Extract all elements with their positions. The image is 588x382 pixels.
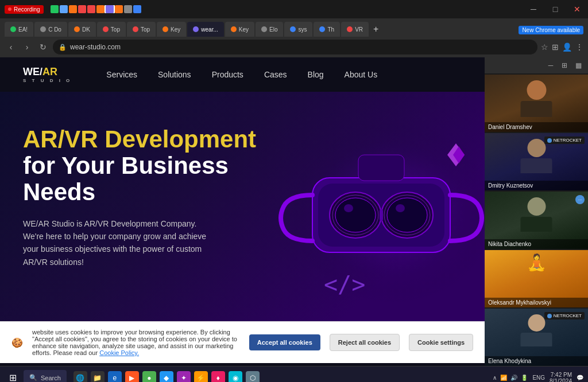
taskbar-icon-4[interactable]: ✦ [177, 371, 191, 383]
taskbar-date: 8/1/2024 [550, 378, 572, 383]
nav-solutions[interactable]: Solutions [158, 70, 191, 79]
search-icon: 🔍 [29, 374, 37, 381]
netrocket-dot [547, 138, 552, 143]
tab-elo[interactable]: Elo [256, 22, 283, 37]
sidebar-minimize-btn[interactable]: ─ [546, 60, 556, 71]
title-tab-key2[interactable] [115, 5, 123, 13]
tab-sys[interactable]: sys [284, 22, 312, 37]
recording-dot [8, 7, 11, 11]
title-tab-sys[interactable] [133, 5, 141, 13]
title-tab-key[interactable] [96, 5, 105, 13]
netrocket-badge-5: NETROCKET [544, 312, 585, 319]
netrocket-dot-5 [547, 314, 552, 318]
extensions-icon[interactable]: ⊞ [552, 42, 559, 52]
netrocket-label-5: NETROCKET [554, 313, 582, 318]
taskbar-arrow-icon[interactable]: ∧ [493, 375, 497, 381]
title-tab-wear-active[interactable] [106, 5, 114, 13]
tab-bar: EA! C Do DK Top Top Key wear... Key Elo … [0, 18, 588, 37]
nav-products[interactable]: Products [212, 70, 243, 79]
sidebar-tile-btn[interactable]: ⊞ [559, 60, 570, 71]
taskbar: ⊞ 🔍 Search 🌐 📁 e ▶ ● ◆ ✦ ⚡ ♦ ◉ ⬡ ∧ 📶 🔊 🔋… [0, 366, 588, 382]
nav-services[interactable]: Services [106, 70, 137, 79]
vr-headset-visual: </> [243, 98, 485, 315]
title-tab-dk[interactable] [69, 5, 77, 13]
svg-rect-10 [358, 155, 404, 181]
accept-cookies-button[interactable]: Accept all cookies [249, 334, 320, 350]
taskbar-icon-8[interactable]: ⬡ [246, 371, 260, 383]
hero-content: AR/VR Development for Your BusinessNeeds… [23, 126, 264, 268]
title-tab-top1[interactable] [78, 5, 86, 13]
taskbar-edge-icon[interactable]: e [108, 371, 122, 383]
taskbar-app-icons: 🌐 📁 e ▶ ● ◆ ✦ ⚡ ♦ ◉ ⬡ [74, 371, 260, 383]
recording-badge: Recording [5, 5, 44, 14]
tab-dk[interactable]: DK [68, 22, 96, 37]
hero-title-white: for Your BusinessNeeds [23, 153, 264, 205]
nav-about[interactable]: About Us [345, 70, 378, 79]
participant-name-5: Elena Khodykina [485, 356, 588, 366]
toolbar-icons: ☆ ⊞ 👤 ⋮ [541, 42, 583, 52]
taskbar-icon-3[interactable]: ◆ [160, 371, 173, 383]
participant-tile-4: 🧘 Oleksandr Mykhailovskyi [485, 250, 588, 307]
taskbar-notification-icon[interactable]: 💬 [577, 375, 583, 381]
site-navigation: WE/AR S T U D I O Services Solutions Pro… [0, 57, 485, 92]
netrocket-label: NETROCKET [554, 138, 582, 143]
address-bar[interactable]: 🔒 wear-studio.com [53, 40, 537, 54]
taskbar-sys-icons: ∧ 📶 🔊 🔋 [493, 375, 528, 381]
taskbar-icon-1[interactable]: ▶ [125, 371, 139, 383]
tab-vr1[interactable]: VR [341, 22, 369, 37]
taskbar-icon-5[interactable]: ⚡ [194, 371, 208, 383]
site-logo: WE/AR S T U D I O [23, 66, 72, 83]
cookie-settings-button[interactable]: Cookie settings [409, 334, 473, 351]
taskbar-file-icon[interactable]: 📁 [91, 371, 105, 383]
cookie-policy-link[interactable]: Cookie Policy. [99, 349, 139, 356]
title-tab-c[interactable] [60, 5, 68, 13]
participant-tile-5: NETROCKET Elena Khodykina [485, 309, 588, 366]
tab-top2[interactable]: Top [127, 22, 156, 37]
new-tab-button[interactable]: + [370, 22, 382, 37]
tab-wear-active[interactable]: wear... [187, 22, 223, 37]
star-icon[interactable]: ☆ [541, 42, 548, 52]
title-tab-top2[interactable] [87, 5, 95, 13]
menu-icon[interactable]: ⋮ [575, 42, 583, 52]
tab-cdo[interactable]: C Do [34, 22, 67, 37]
taskbar-sound-icon[interactable]: 🔊 [510, 375, 517, 381]
title-bar: Recording ─ □ ✕ [0, 0, 588, 18]
tab-ea[interactable]: EA! [5, 22, 33, 37]
reload-button[interactable]: ↻ [37, 41, 49, 53]
logo-we: WE/ [23, 66, 42, 77]
cookie-bar: 🍪 website uses cookies to improve your b… [0, 321, 485, 363]
taskbar-right: ∧ 📶 🔊 🔋 ENG 7:42 PM 8/1/2024 💬 [493, 372, 583, 383]
profile-icon[interactable]: 👤 [562, 42, 572, 52]
forward-button[interactable]: › [21, 41, 33, 53]
taskbar-icon-2[interactable]: ● [142, 371, 156, 383]
sidebar-toolbar: ─ ⊞ ▦ [485, 57, 588, 73]
taskbar-browser-icon[interactable]: 🌐 [74, 371, 87, 383]
sidebar-grid-btn[interactable]: ▦ [573, 60, 583, 71]
start-button[interactable]: ⊞ [5, 370, 21, 382]
svg-rect-9 [380, 209, 383, 221]
logo-wear: WE/AR [23, 66, 57, 77]
nav-cases[interactable]: Cases [264, 70, 287, 79]
title-tab-elo[interactable] [124, 5, 132, 13]
svg-point-4 [335, 198, 376, 232]
minimize-button[interactable]: ─ [527, 3, 540, 15]
taskbar-icon-6[interactable]: ♦ [211, 371, 225, 383]
lock-icon: 🔒 [59, 44, 67, 51]
tab-top1[interactable]: Top [97, 22, 126, 37]
participant-tile-2: NETROCKET Dmitry Kuznetsov [485, 133, 588, 190]
title-tab-ea[interactable] [51, 5, 59, 13]
back-button[interactable]: ‹ [5, 41, 17, 53]
maximize-button[interactable]: □ [549, 3, 562, 15]
address-bar-row: ‹ › ↻ 🔒 wear-studio.com ☆ ⊞ 👤 ⋮ [0, 37, 588, 57]
taskbar-search[interactable]: 🔍 Search [24, 370, 67, 383]
close-button[interactable]: ✕ [571, 3, 583, 15]
tab-key1[interactable]: Key [157, 22, 186, 37]
reject-cookies-button[interactable]: Reject all cookies [330, 334, 400, 351]
taskbar-wifi-icon[interactable]: 📶 [500, 375, 507, 381]
taskbar-icon-7[interactable]: ◉ [229, 371, 242, 383]
tab-th[interactable]: Th [314, 22, 340, 37]
taskbar-lang: ENG [532, 375, 545, 381]
tab-key2[interactable]: Key [225, 22, 254, 37]
nav-blog[interactable]: Blog [308, 70, 324, 79]
participant-tile-3: ··· Nikita Diachenko [485, 192, 588, 249]
